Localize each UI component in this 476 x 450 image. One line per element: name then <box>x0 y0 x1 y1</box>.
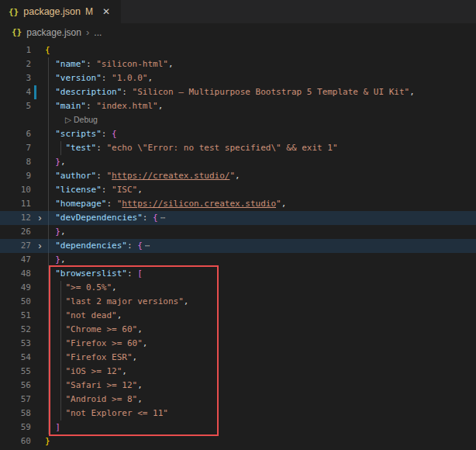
gutter-space <box>35 43 45 57</box>
code-line-26[interactable]: 26 }, <box>0 225 476 239</box>
code-text: "homepage": "https://silicon.createx.stu… <box>45 197 286 211</box>
code-line-53[interactable]: 53 "Firefox >= 60", <box>0 337 476 351</box>
code-line-4[interactable]: 4 "description": "Silicon — Multipurpose… <box>0 85 476 99</box>
code-line-5[interactable]: 5 "main": "index.html", <box>0 99 476 113</box>
code-text: "author": "https://createx.studio/", <box>45 169 240 183</box>
json-file-icon: {} <box>12 27 22 37</box>
code-line-54[interactable]: 54 "Firefox ESR", <box>0 351 476 365</box>
code-line-58[interactable]: 58 "not Explorer <= 11" <box>0 407 476 421</box>
code-text: "name": "silicon-html", <box>45 57 174 71</box>
gutter-space <box>35 141 45 155</box>
gutter-space <box>35 379 45 393</box>
code-line-2[interactable]: 2 "name": "silicon-html", <box>0 57 476 71</box>
code-line-8[interactable]: 8 }, <box>0 155 476 169</box>
chevron-right-icon: › <box>86 26 89 38</box>
line-number: 53 <box>0 337 35 351</box>
code-text: "license": "ISC", <box>45 183 143 197</box>
line-number: 56 <box>0 379 35 393</box>
line-number: 1 <box>0 43 35 57</box>
line-number: 51 <box>0 309 35 323</box>
code-text: }, <box>45 253 66 267</box>
breadcrumb-file[interactable]: package.json <box>26 27 81 38</box>
gutter-space <box>35 57 45 71</box>
code-line-50[interactable]: 50 "last 2 major versions", <box>0 295 476 309</box>
code-line-7[interactable]: 7 "test": "echo \"Error: no test specifi… <box>0 141 476 155</box>
code-line-10[interactable]: 10 "license": "ISC", <box>0 183 476 197</box>
code-text: "Safari >= 12", <box>45 379 143 393</box>
code-text: "scripts": { <box>45 127 117 141</box>
line-number: 27 <box>0 239 35 253</box>
code-line-57[interactable]: 57 "Android >= 8", <box>0 393 476 407</box>
code-line-55[interactable]: 55 "iOS >= 12", <box>0 365 476 379</box>
line-number: 12 <box>0 211 35 225</box>
line-number: 52 <box>0 323 35 337</box>
modified-gutter-indicator <box>35 85 45 99</box>
line-number: 5 <box>0 99 35 113</box>
gutter-space <box>35 71 45 85</box>
gutter-space <box>35 295 45 309</box>
code-text: "not dead", <box>45 309 122 323</box>
code-text: "browserslist": [ <box>45 267 143 281</box>
tab-title: package.json <box>23 6 81 17</box>
code-line-27[interactable]: 27› "dependencies": {⋯ <box>0 239 476 253</box>
line-number: 8 <box>0 155 35 169</box>
code-text: ">= 0.5%", <box>45 281 117 295</box>
line-number: 11 <box>0 197 35 211</box>
code-area[interactable]: 1{2 "name": "silicon-html",3 "version": … <box>0 41 476 450</box>
code-text: "not Explorer <= 11" <box>45 407 168 421</box>
code-lines[interactable]: 1{2 "name": "silicon-html",3 "version": … <box>0 41 476 448</box>
line-number: 48 <box>0 267 35 281</box>
gutter-space <box>35 351 45 365</box>
gutter-space <box>35 337 45 351</box>
code-line-56[interactable]: 56 "Safari >= 12", <box>0 379 476 393</box>
code-text: "devDependencies": {⋯ <box>45 211 166 225</box>
gutter-space <box>35 169 45 183</box>
code-text: "test": "echo \"Error: no test specified… <box>45 141 338 155</box>
tab-package-json[interactable]: {} package.json M ✕ <box>0 0 121 23</box>
line-number: 50 <box>0 295 35 309</box>
line-number: 60 <box>0 434 35 448</box>
code-text: } <box>45 434 50 448</box>
gutter-space <box>35 267 45 281</box>
code-line-51[interactable]: 51 "not dead", <box>0 309 476 323</box>
gutter-space <box>35 99 45 113</box>
code-line-12[interactable]: 12› "devDependencies": {⋯ <box>0 211 476 225</box>
breadcrumb-symbol[interactable]: ... <box>94 27 102 38</box>
code-line-47[interactable]: 47 }, <box>0 253 476 267</box>
code-line-6[interactable]: 6 "scripts": { <box>0 127 476 141</box>
code-line-9[interactable]: 9 "author": "https://createx.studio/", <box>0 169 476 183</box>
close-icon[interactable]: ✕ <box>102 6 110 17</box>
code-line-1[interactable]: 1{ <box>0 43 476 57</box>
breadcrumb: {} package.json › ... <box>0 23 476 41</box>
line-number: 49 <box>0 281 35 295</box>
gutter-space <box>35 197 45 211</box>
code-line-48[interactable]: 48 "browserslist": [ <box>0 267 476 281</box>
line-number: 57 <box>0 393 35 407</box>
line-number: 3 <box>0 71 35 85</box>
gutter-space <box>35 323 45 337</box>
code-text: "dependencies": {⋯ <box>45 239 150 253</box>
code-line-11[interactable]: 11 "homepage": "https://silicon.createx.… <box>0 197 476 211</box>
code-text: "Android >= 8", <box>45 393 143 407</box>
fold-chevron-icon[interactable]: › <box>35 211 45 225</box>
gutter-space <box>35 281 45 295</box>
line-number: 4 <box>0 85 35 99</box>
fold-chevron-icon[interactable]: › <box>35 239 45 253</box>
code-line-52[interactable]: 52 "Chrome >= 60", <box>0 323 476 337</box>
code-line-59[interactable]: 59 ] <box>0 421 476 434</box>
line-number: 2 <box>0 57 35 71</box>
code-line-60[interactable]: 60} <box>0 434 476 448</box>
gutter-space <box>35 253 45 267</box>
line-number: 47 <box>0 253 35 267</box>
gutter-space <box>35 434 45 448</box>
code-text: "description": "Silicon — Multipurpose B… <box>45 85 415 99</box>
line-number: 7 <box>0 141 35 155</box>
gutter-space <box>35 183 45 197</box>
code-line-3[interactable]: 3 "version": "1.0.0", <box>0 71 476 85</box>
line-number: 59 <box>0 421 35 434</box>
code-text: "last 2 major versions", <box>45 295 188 309</box>
code-line-49[interactable]: 49 ">= 0.5%", <box>0 281 476 295</box>
line-number: 54 <box>0 351 35 365</box>
codelens-debug[interactable]: ▷ Debug <box>0 113 476 127</box>
json-file-icon: {} <box>9 7 19 17</box>
